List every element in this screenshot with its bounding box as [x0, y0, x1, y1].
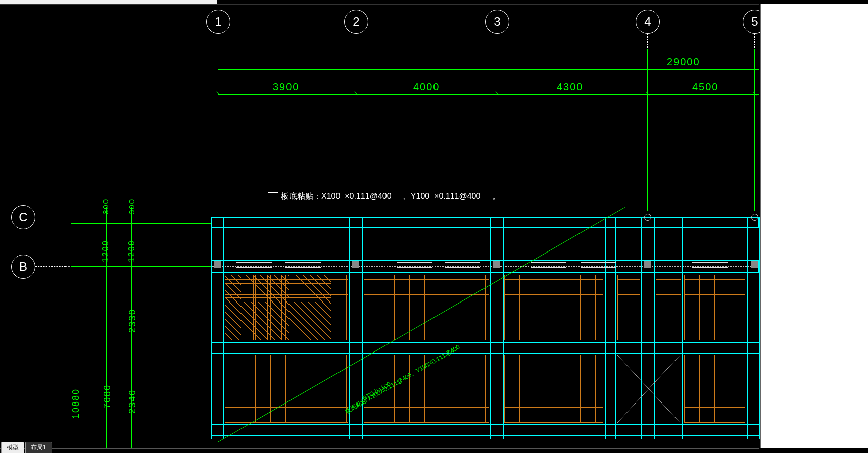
panel-edge	[760, 4, 761, 448]
model-space[interactable]: 1 2 3 4 5 29000 3900 4000 4300 4500 C B	[0, 4, 759, 449]
grid-ext-v	[647, 49, 648, 211]
dim-bay12: 3900	[273, 81, 300, 93]
beam-h	[211, 353, 759, 354]
slab-grid-1b	[225, 355, 348, 423]
grid-ext-v	[218, 49, 218, 211]
beam-h	[211, 435, 759, 436]
grid-stem	[647, 34, 648, 48]
column	[751, 261, 758, 268]
beam-h	[211, 424, 759, 425]
paper-space-panel[interactable]	[760, 4, 868, 448]
opening-mark	[692, 262, 728, 268]
opening-mark	[397, 262, 432, 268]
dim-line-overall	[218, 69, 759, 70]
dim-side-7: 7080	[102, 384, 113, 409]
column	[493, 261, 500, 268]
dim-line-bays	[218, 94, 759, 95]
dim-cb1: 1200	[101, 240, 110, 262]
opening-mark	[445, 262, 480, 268]
slab-grid-5a	[684, 275, 745, 340]
dim-ext-h	[71, 217, 212, 217]
node-circle	[751, 214, 758, 221]
beam-v	[747, 217, 748, 439]
beam-v	[615, 217, 616, 439]
dim-r1: 2330	[127, 309, 138, 333]
column	[214, 261, 221, 268]
dim-ext-h	[101, 428, 212, 428]
grid-bubble-3: 3	[485, 10, 509, 34]
grid-stem	[497, 34, 497, 48]
anno-slab-bottom: 板底粘贴：X100 ×0.111@400 、Y100 ×0.111@400 。	[281, 191, 500, 202]
dim-tick	[354, 92, 358, 96]
grid-bubble-1: 1	[206, 10, 230, 34]
slab-grid-5b	[684, 355, 745, 423]
grid-stem-h	[35, 217, 66, 217]
dim-overall: 29000	[667, 56, 700, 68]
column	[644, 261, 651, 268]
opening-mark	[236, 262, 272, 268]
grid-ext-v	[497, 49, 497, 211]
grid-ext-v	[356, 49, 356, 211]
beam-h	[211, 342, 759, 343]
dim-ext-h	[71, 223, 212, 224]
beam-v	[490, 217, 491, 439]
top-menu-strip	[0, 0, 217, 4]
dim-bay34: 4300	[557, 81, 584, 93]
dim-cb2: 1200	[127, 240, 136, 262]
grid-stem	[356, 34, 356, 48]
dim-side-10: 10880	[71, 388, 81, 419]
grid-ext-v	[754, 49, 755, 211]
node-circle	[644, 214, 651, 221]
beam-v	[503, 217, 504, 439]
grid-bubble-B: B	[11, 255, 35, 279]
slab-grid-1a	[225, 275, 348, 340]
dim-c-off1: 300	[101, 198, 110, 214]
opening-mark	[581, 262, 616, 268]
dim-ext-h	[101, 347, 212, 347]
column	[352, 261, 359, 268]
dim-tick	[753, 92, 757, 96]
slab-grid-2	[364, 275, 489, 340]
layout-tabs: 模型 布局1	[1, 443, 52, 453]
grid-bubble-4: 4	[636, 10, 660, 34]
opening-mark	[285, 262, 321, 268]
dim-tick	[646, 92, 650, 96]
dim-tick	[216, 92, 220, 96]
beam-v	[211, 217, 212, 439]
tab-model[interactable]: 模型	[1, 442, 24, 453]
dim-bay45: 4500	[692, 81, 719, 93]
slab-grid-3	[504, 275, 603, 340]
grid-stem	[754, 34, 755, 48]
slab-strip	[656, 275, 681, 340]
beam-v	[682, 217, 683, 439]
grid-bubble-C: C	[11, 205, 35, 229]
dim-tick	[495, 92, 499, 96]
grid-stem	[218, 34, 218, 48]
dim-c-off2: 300	[127, 198, 136, 214]
slab-strip	[617, 275, 640, 340]
dim-bay23: 4000	[413, 81, 440, 93]
anno-leader-h	[268, 192, 278, 193]
cad-viewport[interactable]: 1 2 3 4 5 29000 3900 4000 4300 4500 C B	[0, 4, 868, 448]
beam-v	[223, 217, 224, 439]
dim-ext-h	[71, 266, 212, 267]
model-scrollbar-h[interactable]	[0, 448, 759, 449]
dim-r2: 2340	[127, 389, 138, 414]
beam-v	[605, 217, 606, 439]
opening-mark	[531, 262, 566, 268]
tab-layout1[interactable]: 布局1	[25, 442, 52, 453]
brace-x	[617, 355, 680, 423]
beam-top-outer	[211, 217, 759, 228]
slab-grid-3b	[504, 355, 603, 423]
anno-leader	[268, 197, 268, 263]
grid-bubble-2: 2	[344, 10, 368, 34]
grid-stem-h	[35, 266, 66, 267]
